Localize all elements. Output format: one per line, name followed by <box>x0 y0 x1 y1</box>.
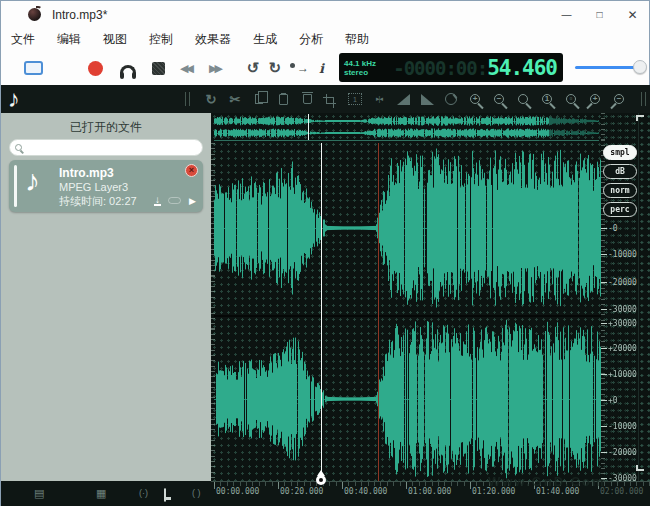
menu-item-0[interactable]: 文件 <box>11 31 35 48</box>
main-waveform[interactable] <box>214 143 601 481</box>
file-format: MPEG Layer3 <box>59 181 128 193</box>
playhead-line[interactable] <box>321 143 322 481</box>
volume-knob[interactable] <box>633 60 647 74</box>
scale-mode-perc[interactable]: perc <box>603 202 637 217</box>
selection-box-icon[interactable]: 1 <box>347 91 363 107</box>
title-bar[interactable]: Intro.mp3* — □ ✕ <box>1 1 649 28</box>
rewind-button[interactable]: ◀◀ <box>180 57 194 79</box>
sample-rate-label: 44.1 kHz <box>344 59 376 68</box>
undo-icon[interactable]: ↻ <box>203 91 219 107</box>
close-file-icon[interactable]: × <box>185 164 198 177</box>
view-list-icon[interactable]: ▤ <box>34 488 44 499</box>
menu-item-5[interactable]: 生成 <box>253 31 277 48</box>
toolbar-drag-handle[interactable] <box>185 92 190 106</box>
overview-playhead[interactable] <box>308 114 309 140</box>
scale-mode-dB[interactable]: dB <box>603 164 637 179</box>
menu-item-3[interactable]: 控制 <box>149 31 173 48</box>
zoom-icon[interactable] <box>515 91 531 107</box>
scrub-left-icon[interactable]: (·) <box>139 488 148 499</box>
selection-tool-icon[interactable] <box>24 61 43 75</box>
vertical-scrollbar[interactable] <box>638 113 650 481</box>
cursor-line[interactable] <box>378 143 379 481</box>
loop-repeat-button[interactable]: ↻ <box>268 57 281 79</box>
volume-slider[interactable] <box>575 59 645 75</box>
minimize-button[interactable]: — <box>550 1 583 28</box>
menu-item-7[interactable]: 帮助 <box>345 31 369 48</box>
scrub-right-icon[interactable]: ( ) <box>192 488 201 499</box>
scale-label: -30000 <box>608 305 637 314</box>
close-button[interactable]: ✕ <box>616 1 649 28</box>
scale-tick <box>601 323 607 324</box>
zoom-out-icon[interactable]: − <box>491 91 507 107</box>
file-duration: 持续时间: 02:27 <box>59 194 137 209</box>
edit-toolbar: ♪ ↻ ✂ 1 ▸|◂ + − 1 ▫ + − <box>1 85 650 113</box>
music-note-icon: ♪ <box>25 164 40 198</box>
menu-bar: 文件编辑视图控制效果器生成分析帮助 <box>1 28 649 51</box>
cut-icon[interactable]: ✂ <box>227 91 243 107</box>
search-icon <box>15 144 22 151</box>
files-sidebar: 已打开的文件 ♪ Intro.mp3 MPEG Layer3 持续时间: 02:… <box>1 113 211 481</box>
paste-icon[interactable] <box>275 91 291 107</box>
zoom-one-icon[interactable]: 1 <box>539 91 555 107</box>
timeline-label: 01:00.000 <box>408 487 451 496</box>
scrollbar-bottom-cap <box>636 465 644 471</box>
trim-icon[interactable] <box>323 91 339 107</box>
zoom-selection-icon[interactable]: ▫ <box>563 91 579 107</box>
zoom-in-icon[interactable]: + <box>467 91 483 107</box>
scale-tick <box>601 309 607 310</box>
window-title: Intro.mp3* <box>52 8 107 22</box>
play-through-button[interactable]: → <box>290 57 309 79</box>
search-input[interactable] <box>26 142 186 153</box>
scale-mode-norm[interactable]: norm <box>603 183 637 198</box>
trash-icon[interactable] <box>299 91 315 107</box>
timeline-label: 02:00.000 <box>600 487 643 496</box>
scale-label: +30000 <box>608 319 637 328</box>
scale-tick <box>601 452 607 453</box>
menu-item-6[interactable]: 分析 <box>299 31 323 48</box>
status-oval-icon <box>168 197 181 204</box>
overview-separator <box>214 140 599 141</box>
scale-tick <box>601 254 607 255</box>
display-mode-icon[interactable] <box>164 490 166 501</box>
scale-label: +0 <box>608 396 618 405</box>
amplitude-scale: smpldBnormperc -0-10000-20000-30000+3000… <box>601 113 638 481</box>
menu-item-1[interactable]: 编辑 <box>57 31 81 48</box>
zoom-vertical-out-icon[interactable]: − <box>611 91 627 107</box>
fast-forward-button[interactable]: ▶▶ <box>209 57 223 79</box>
stop-button[interactable] <box>152 62 165 75</box>
search-box[interactable] <box>9 139 203 156</box>
headphones-icon[interactable] <box>120 65 136 75</box>
fade-out-icon[interactable] <box>419 91 435 107</box>
channel-separator <box>214 315 601 317</box>
lcd-display: 44.1 kHz stereo -0000:00: 54.460 <box>339 53 563 82</box>
sidebar-header: 已打开的文件 <box>1 113 211 136</box>
scrollbar-top-cap <box>636 115 644 121</box>
maximize-button[interactable]: □ <box>583 1 616 28</box>
file-list-item[interactable]: ♪ Intro.mp3 MPEG Layer3 持续时间: 02:27 × ↓ … <box>9 160 203 212</box>
toolbar-drag-handle-right[interactable] <box>641 92 646 106</box>
bottom-bar-icons: ▤ ▦ (·) ( ) <box>1 481 211 506</box>
record-button[interactable] <box>88 61 103 76</box>
info-icon[interactable]: i <box>319 57 324 79</box>
audio-file-tab-icon[interactable]: ♪ <box>1 85 26 113</box>
timeline-label: 00:40.000 <box>344 487 387 496</box>
copy-icon[interactable] <box>251 91 267 107</box>
overview-waveform[interactable] <box>214 114 599 140</box>
waveform-area <box>211 113 650 481</box>
view-grid-icon[interactable]: ▦ <box>96 488 106 499</box>
scale-tick <box>601 228 607 229</box>
play-file-icon[interactable]: ▶ <box>189 196 196 206</box>
app-icon <box>28 8 41 21</box>
scale-label: +20000 <box>608 344 637 353</box>
save-file-icon[interactable]: ↓ <box>154 195 161 206</box>
split-icon[interactable]: ▸|◂ <box>371 91 387 107</box>
app-window: Intro.mp3* — □ ✕ 文件编辑视图控制效果器生成分析帮助 ◀◀ ▶▶… <box>0 0 650 506</box>
menu-item-4[interactable]: 效果器 <box>195 31 231 48</box>
loop-button[interactable]: ↺ <box>247 57 260 79</box>
scale-mode-smpl[interactable]: smpl <box>603 145 637 160</box>
fade-in-icon[interactable] <box>395 91 411 107</box>
gain-dial-icon[interactable] <box>443 91 459 107</box>
menu-item-2[interactable]: 视图 <box>103 31 127 48</box>
scale-label: +10000 <box>608 370 637 379</box>
zoom-vertical-in-icon[interactable]: + <box>587 91 603 107</box>
